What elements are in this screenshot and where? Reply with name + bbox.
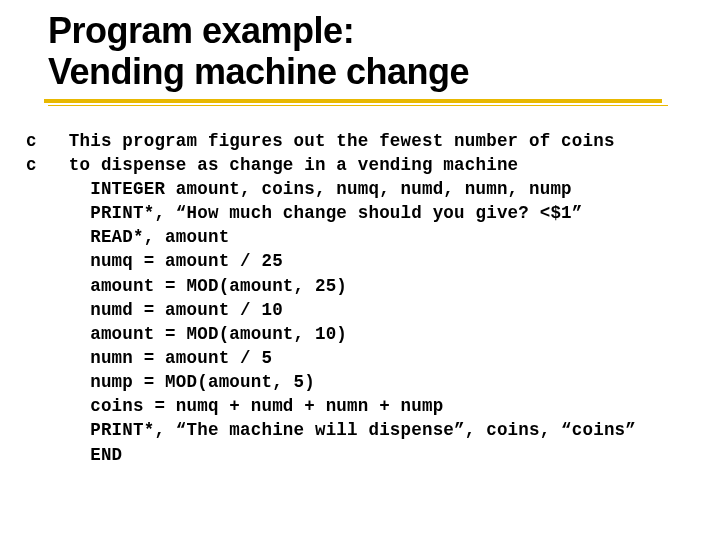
underline-thick (44, 99, 662, 103)
slide-title: Program example: Vending machine change (0, 10, 720, 93)
title-line-1: Program example: (48, 10, 720, 51)
title-underline (44, 97, 674, 111)
title-line-2: Vending machine change (48, 51, 720, 92)
code-listing: c This program figures out the fewest nu… (0, 111, 720, 467)
underline-thin (48, 105, 668, 107)
